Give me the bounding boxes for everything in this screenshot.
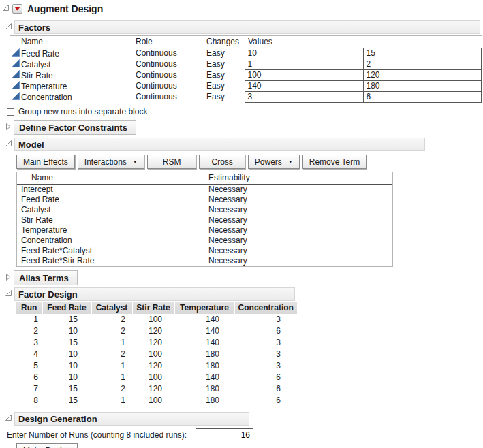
disclosure-open-icon[interactable] — [2, 4, 10, 14]
model-section-bar[interactable]: Model — [14, 138, 425, 151]
term-name: Feed Rate — [17, 195, 208, 205]
term-name: Feed Rate*Stir Rate — [17, 256, 208, 266]
augment-design-header: Augment Design — [2, 3, 483, 15]
factor-value-low[interactable]: 100 — [245, 70, 363, 81]
column-header-name: Name — [17, 172, 208, 185]
model-term-row[interactable]: Feed Rate*Stir Rate Necessary — [17, 256, 392, 266]
disclosure-closed-icon[interactable] — [5, 123, 12, 133]
factors-section-bar[interactable]: Factors — [14, 20, 480, 34]
model-term-row[interactable]: Feed Rate*Catalyst Necessary — [17, 246, 392, 256]
factor-role[interactable]: Continuous — [134, 59, 205, 70]
term-estimability: Necessary — [208, 236, 392, 246]
fd-column-header-feed-rate: Feed Rate — [42, 302, 91, 314]
fd-cell: 2 — [91, 383, 132, 395]
fd-cell: 15 — [42, 337, 91, 349]
group-runs-label: Group new runs into separate block — [18, 107, 147, 116]
disclosure-open-icon[interactable] — [5, 414, 12, 423]
factor-changes[interactable]: Easy — [205, 59, 245, 70]
model-term-row[interactable]: Concentration Necessary — [17, 236, 392, 246]
factor-role[interactable]: Continuous — [134, 70, 205, 81]
fd-cell: 3 — [234, 360, 297, 372]
factor-role[interactable]: Continuous — [134, 92, 205, 103]
page-title: Augment Design — [27, 3, 103, 14]
model-term-row[interactable]: Intercept Necessary — [17, 185, 392, 195]
design-generation-section-bar[interactable]: Design Generation — [14, 412, 249, 426]
factor-value-low[interactable]: 3 — [245, 92, 363, 103]
interactions-button[interactable]: Interactions ▼ — [78, 155, 144, 169]
fd-cell: 3 — [16, 337, 42, 349]
model-term-row[interactable]: Feed Rate Necessary — [17, 195, 392, 205]
fd-cell: 2 — [91, 349, 132, 360]
term-name: Intercept — [17, 185, 208, 195]
factor-design-section-bar[interactable]: Factor Design — [14, 287, 295, 301]
continuous-factor-icon — [12, 59, 20, 69]
dropdown-arrow-icon: ▼ — [133, 159, 138, 164]
disclosure-open-icon[interactable] — [5, 289, 12, 299]
fd-cell: 3 — [234, 349, 297, 360]
factor-row: Stir Rate Continuous Easy 100 120 — [10, 70, 482, 81]
factor-row: Catalyst Continuous Easy 1 2 — [10, 59, 482, 70]
factor-role[interactable]: Continuous — [134, 48, 205, 59]
define-factor-constraints-button[interactable]: Define Factor Constraints — [14, 120, 136, 135]
term-estimability: Necessary — [208, 215, 392, 225]
factor-name[interactable]: Stir Rate — [21, 71, 53, 80]
factor-name[interactable]: Concentration — [21, 93, 72, 102]
main-effects-button[interactable]: Main Effects — [16, 155, 75, 169]
fd-column-header-temperature: Temperature — [174, 302, 234, 314]
factor-changes[interactable]: Easy — [205, 81, 245, 92]
group-runs-checkbox[interactable] — [7, 108, 14, 116]
fd-cell: 10 — [42, 325, 91, 337]
factor-changes[interactable]: Easy — [205, 48, 245, 59]
disclosure-closed-icon[interactable] — [5, 273, 12, 283]
powers-button[interactable]: Powers ▼ — [248, 155, 300, 169]
factor-value-high[interactable]: 120 — [363, 70, 482, 81]
continuous-factor-icon — [12, 70, 20, 80]
factor-value-high[interactable]: 6 — [363, 92, 482, 103]
model-term-row[interactable]: Stir Rate Necessary — [17, 215, 392, 225]
model-term-row[interactable]: Temperature Necessary — [17, 225, 392, 236]
fd-cell: 180 — [174, 349, 234, 360]
fd-cell: 6 — [234, 383, 297, 395]
runs-input[interactable] — [196, 428, 253, 441]
factor-value-low[interactable]: 1 — [245, 59, 363, 70]
fd-row: 5 10 1 120 180 3 — [16, 360, 297, 372]
fd-cell: 6 — [234, 395, 297, 406]
rsm-button[interactable]: RSM — [147, 155, 197, 169]
fd-cell: 100 — [132, 349, 174, 360]
factor-name[interactable]: Feed Rate — [21, 49, 59, 59]
disclosure-open-icon[interactable] — [5, 140, 12, 149]
fd-cell: 10 — [42, 372, 91, 383]
disclosure-open-icon[interactable] — [5, 22, 12, 32]
factor-changes[interactable]: Easy — [205, 70, 245, 81]
factor-row: Concentration Continuous Easy 3 6 — [10, 92, 482, 103]
fd-cell: 100 — [132, 395, 174, 406]
factor-value-high[interactable]: 15 — [363, 48, 482, 59]
factor-value-low[interactable]: 140 — [245, 81, 363, 92]
fd-cell: 1 — [16, 314, 42, 325]
continuous-factor-icon — [12, 48, 20, 59]
make-design-button[interactable]: Make Design — [16, 443, 78, 448]
runs-label: Enter Number of Runs (counting 8 include… — [7, 430, 187, 440]
term-estimability: Necessary — [208, 225, 392, 236]
factor-name[interactable]: Catalyst — [21, 60, 50, 69]
model-term-row[interactable]: Catalyst Necessary — [17, 205, 392, 215]
column-header-changes: Changes — [205, 36, 245, 48]
fd-cell: 2 — [91, 314, 132, 325]
remove-term-button[interactable]: Remove Term — [302, 155, 367, 169]
fd-cell: 2 — [91, 325, 132, 337]
factor-name[interactable]: Temperature — [21, 82, 67, 91]
factor-value-high[interactable]: 2 — [363, 59, 482, 70]
factor-changes[interactable]: Easy — [205, 92, 245, 103]
factor-role[interactable]: Continuous — [134, 81, 205, 92]
factor-value-high[interactable]: 180 — [363, 81, 482, 92]
alias-terms-button[interactable]: Alias Terms — [14, 270, 78, 285]
factor-design-title: Factor Design — [18, 289, 78, 300]
term-name: Feed Rate*Catalyst — [17, 246, 208, 256]
fd-cell: 1 — [91, 360, 132, 372]
red-triangle-menu-icon[interactable] — [12, 4, 22, 14]
cross-button[interactable]: Cross — [199, 155, 245, 169]
factor-value-low[interactable]: 10 — [245, 48, 363, 59]
fd-cell: 1 — [91, 395, 132, 406]
fd-column-header-stir-rate: Stir Rate — [132, 302, 174, 314]
fd-cell: 100 — [132, 372, 174, 383]
